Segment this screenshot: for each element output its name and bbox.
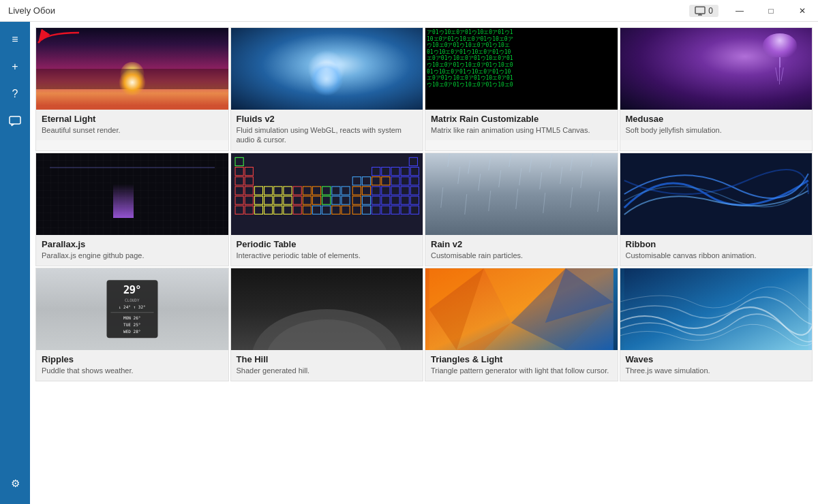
svg-rect-57 [381,196,389,204]
svg-rect-32 [322,186,330,194]
svg-rect-64 [264,206,272,214]
svg-rect-27 [273,186,282,194]
sidebar-item-settings[interactable]: ⚙ [3,471,27,496]
svg-rect-79 [410,206,419,214]
svg-rect-41 [410,186,419,194]
sidebar-item-community[interactable] [3,109,27,133]
card-info-the-hill: The Hill Shader generated hill. [231,350,423,381]
sidebar-item-library[interactable]: ≡ [3,27,27,52]
svg-rect-75 [372,206,380,214]
card-title-waves: Waves [626,354,807,364]
card-info-ribbon: Ribbon Customisable canvas ribbon animat… [620,235,813,266]
svg-line-90 [499,170,501,187]
svg-rect-45 [264,196,272,204]
svg-rect-56 [372,196,380,204]
sidebar-item-help[interactable]: ? [3,82,27,106]
periodic-table-svg [234,156,421,232]
svg-rect-24 [245,186,253,194]
card-title-rain-v2: Rain v2 [431,239,612,249]
svg-rect-3 [10,116,20,124]
svg-rect-70 [322,206,330,214]
svg-rect-38 [381,186,389,194]
svg-rect-60 [410,196,419,204]
card-medusae[interactable]: Medusae Soft body jellyfish simulation. [620,27,813,151]
thumb-medusae [620,28,813,110]
thumb-the-hill [231,268,423,350]
card-desc-eternal-light: Beautiful sunset render. [42,125,223,135]
svg-rect-22 [410,176,419,185]
card-desc-ripples: Puddle that shows weather. [42,366,223,375]
card-desc-ribbon: Customisable canvas ribbon animation. [626,251,807,260]
svg-rect-59 [401,196,409,204]
card-eternal-light[interactable]: Eternal Light Beautiful sunset render. [35,27,229,151]
svg-rect-63 [254,206,262,214]
svg-rect-67 [293,206,301,214]
card-fluids-v2[interactable]: Fluids v2 Fluid simulation using WebGL, … [230,27,424,151]
svg-rect-21 [401,176,409,185]
svg-rect-61 [235,206,243,214]
svg-rect-40 [401,186,409,194]
hill-svg [231,268,423,350]
svg-rect-46 [273,196,282,204]
minimize-button[interactable]: — [724,0,755,22]
svg-rect-77 [391,206,399,214]
app-title: Lively Обои [8,5,55,16]
maximize-button[interactable]: □ [755,0,787,22]
ribbon-svg [620,153,813,235]
monitor-badge[interactable]: 0 [689,5,718,17]
svg-line-96 [465,194,467,215]
svg-rect-29 [293,186,301,194]
card-desc-periodic-table: Interactive periodic table of elements. [237,251,418,260]
svg-line-101 [598,191,600,212]
thumb-ribbon [620,153,813,235]
svg-line-91 [519,168,521,185]
svg-rect-8 [245,167,253,175]
thumb-rain-v2 [425,153,618,235]
card-triangles-light[interactable]: Triangles & Light Triangle pattern gener… [425,268,618,381]
card-info-rain-v2: Rain v2 Customisable rain particles. [425,235,618,266]
svg-line-98 [516,189,518,209]
svg-rect-9 [372,167,380,175]
svg-rect-0 [695,7,705,14]
thumb-fluids-v2 [231,28,423,110]
svg-line-87 [591,153,593,167]
svg-rect-65 [273,206,282,214]
card-waves[interactable]: Waves Three.js wave simulation. [620,268,813,381]
wallpaper-grid: Eternal Light Beautiful sunset render. F… [35,27,813,381]
svg-rect-66 [283,206,291,214]
svg-line-84 [530,159,532,172]
titlebar: Lively Обои 0 — □ ✕ [0,0,818,22]
close-button[interactable]: ✕ [787,0,818,22]
card-ribbon[interactable]: Ribbon Customisable canvas ribbon animat… [620,153,813,266]
svg-rect-6 [409,157,417,166]
svg-line-86 [571,157,573,171]
svg-rect-16 [352,176,361,185]
svg-rect-54 [352,196,361,204]
card-title-triangles-light: Triangles & Light [431,354,612,364]
card-info-triangles-light: Triangles & Light Triangle pattern gener… [425,350,618,381]
svg-rect-74 [362,206,370,214]
card-desc-medusae: Soft body jellyfish simulation. [626,125,807,135]
thumb-waves [620,268,813,350]
card-matrix-rain[interactable]: ア01ウ10エ0ア01ウ10エ0ア01ウ1 10エ0ア01ウ10エ0ア01ウ10… [425,27,618,151]
svg-rect-30 [303,186,311,194]
sidebar-item-add[interactable]: + [3,54,27,79]
svg-rect-15 [245,176,253,185]
card-info-matrix-rain: Matrix Rain Customizable Matrix like rai… [425,110,618,140]
card-periodic-table[interactable]: Periodic Table Interactive periodic tabl… [230,153,424,266]
chat-icon [9,116,21,127]
svg-line-100 [571,187,573,208]
svg-rect-33 [331,186,339,194]
svg-line-97 [489,191,491,211]
card-title-fluids-v2: Fluids v2 [237,114,418,124]
card-rain-v2[interactable]: Rain v2 Customisable rain particles. [425,153,618,266]
svg-line-99 [543,193,545,213]
card-ripples[interactable]: 29° CLOUDY ↓ 24° ↑ 32° MON 26° TUE 25° W… [35,268,229,381]
card-parallax-js[interactable]: Parallax.js Parallax.js engine github pa… [35,153,229,266]
svg-rect-23 [235,186,243,194]
svg-rect-69 [312,206,320,214]
card-desc-fluids-v2: Fluid simulation using WebGL, reacts wit… [237,125,418,145]
svg-rect-62 [245,206,253,214]
card-the-hill[interactable]: The Hill Shader generated hill. [230,268,424,381]
svg-rect-34 [342,186,350,194]
